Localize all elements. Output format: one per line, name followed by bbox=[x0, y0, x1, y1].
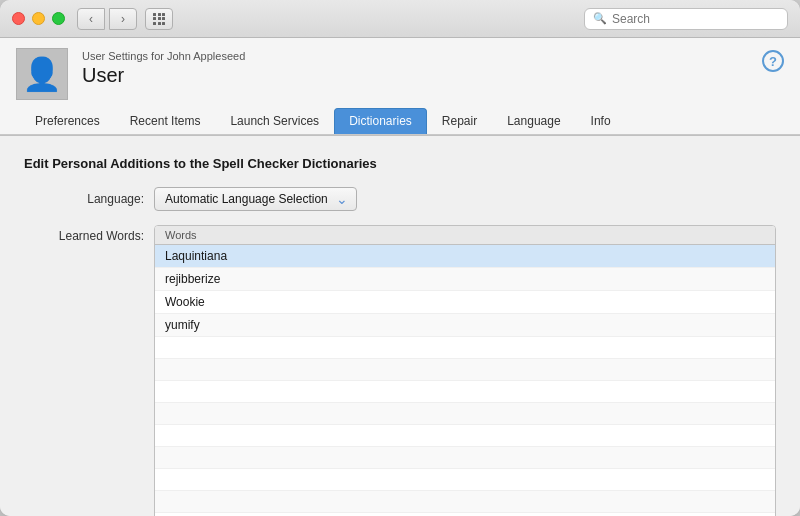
search-input[interactable] bbox=[612, 12, 779, 26]
language-row: Language: Automatic Language Selection ⌄ bbox=[24, 187, 776, 211]
search-bar[interactable]: 🔍 bbox=[584, 8, 788, 30]
word-row-4[interactable]: yumify bbox=[155, 314, 775, 337]
words-column-header: Words bbox=[155, 226, 775, 245]
word-row-3[interactable]: Wookie bbox=[155, 291, 775, 314]
forward-button[interactable]: › bbox=[109, 8, 137, 30]
learned-words-row: Learned Words: Words Laquintiana rejibbe… bbox=[24, 225, 776, 516]
tab-repair[interactable]: Repair bbox=[427, 108, 492, 134]
user-header: 👤 User Settings for John Appleseed User … bbox=[0, 38, 800, 135]
tab-preferences[interactable]: Preferences bbox=[20, 108, 115, 134]
avatar: 👤 bbox=[16, 48, 68, 100]
learned-words-label: Learned Words: bbox=[24, 225, 144, 243]
tab-language[interactable]: Language bbox=[492, 108, 575, 134]
word-row-empty-8 bbox=[155, 491, 775, 513]
user-settings-label: User Settings for John Appleseed bbox=[82, 50, 245, 62]
traffic-lights bbox=[12, 12, 65, 25]
word-row-empty-1 bbox=[155, 337, 775, 359]
back-button[interactable]: ‹ bbox=[77, 8, 105, 30]
grid-button[interactable] bbox=[145, 8, 173, 30]
word-row-empty-4 bbox=[155, 403, 775, 425]
word-row-1[interactable]: Laquintiana bbox=[155, 245, 775, 268]
main-window: ‹ › 🔍 👤 User Settings for John Appleseed… bbox=[0, 0, 800, 516]
tab-dictionaries[interactable]: Dictionaries bbox=[334, 108, 427, 134]
minimize-button[interactable] bbox=[32, 12, 45, 25]
language-select[interactable]: Automatic Language Selection ⌄ bbox=[154, 187, 357, 211]
close-button[interactable] bbox=[12, 12, 25, 25]
word-row-2[interactable]: rejibberize bbox=[155, 268, 775, 291]
select-arrow-icon: ⌄ bbox=[336, 192, 348, 206]
user-avatar-icon: 👤 bbox=[22, 58, 62, 90]
grid-icon bbox=[153, 13, 165, 25]
language-value: Automatic Language Selection bbox=[165, 192, 328, 206]
tab-recent-items[interactable]: Recent Items bbox=[115, 108, 216, 134]
titlebar: ‹ › 🔍 bbox=[0, 0, 800, 38]
search-icon: 🔍 bbox=[593, 12, 607, 25]
word-row-empty-5 bbox=[155, 425, 775, 447]
word-row-empty-6 bbox=[155, 447, 775, 469]
user-info-row: 👤 User Settings for John Appleseed User … bbox=[16, 48, 784, 108]
main-content: Edit Personal Additions to the Spell Che… bbox=[0, 135, 800, 516]
nav-buttons: ‹ › bbox=[77, 8, 137, 30]
tabs-row: Preferences Recent Items Launch Services… bbox=[16, 108, 784, 134]
word-row-empty-2 bbox=[155, 359, 775, 381]
language-label: Language: bbox=[24, 192, 144, 206]
help-button[interactable]: ? bbox=[762, 50, 784, 72]
word-row-empty-3 bbox=[155, 381, 775, 403]
maximize-button[interactable] bbox=[52, 12, 65, 25]
user-text: User Settings for John Appleseed User bbox=[82, 48, 245, 87]
tab-launch-services[interactable]: Launch Services bbox=[215, 108, 334, 134]
user-name: User bbox=[82, 64, 245, 87]
tab-info[interactable]: Info bbox=[576, 108, 626, 134]
words-table: Words Laquintiana rejibberize Wookie yum… bbox=[154, 225, 776, 516]
word-row-empty-7 bbox=[155, 469, 775, 491]
section-title: Edit Personal Additions to the Spell Che… bbox=[24, 156, 776, 171]
